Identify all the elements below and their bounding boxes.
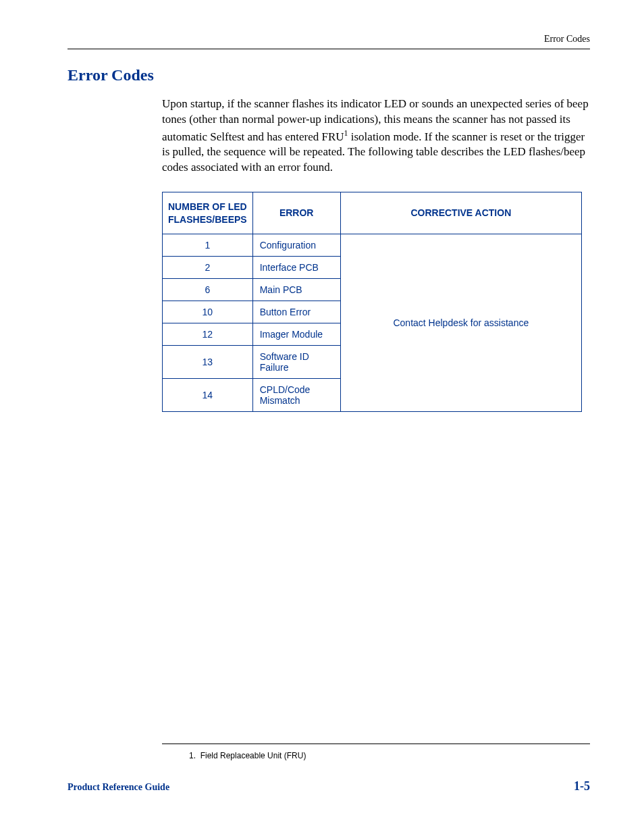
header-col-flashes: NUMBER OF LED FLASHES/BEEPS [163,192,253,234]
footer-page-number: 1-5 [574,779,590,793]
header-col-action: CORRECTIVE ACTION [340,192,581,234]
section-title: Error Codes [68,66,590,84]
table-row: 1 Configuration Contact Helpdesk for ass… [163,234,582,256]
footer-doc-title: Product Reference Guide [68,782,169,793]
table-header-row: NUMBER OF LED FLASHES/BEEPS ERROR CORREC… [163,192,582,234]
page-footer: Product Reference Guide 1-5 [68,779,590,793]
cell-num: 10 [163,301,253,323]
footnote-marker: 1. [189,751,196,760]
cell-action: Contact Helpdesk for assistance [340,234,581,411]
cell-error: Button Error [252,301,340,323]
cell-error: Main PCB [252,278,340,301]
footnote-rule [162,744,590,744]
cell-error: CPLD/Code Mismatch [252,378,340,411]
cell-error: Configuration [252,234,340,256]
cell-error: Interface PCB [252,256,340,278]
cell-num: 1 [163,234,253,256]
cell-num: 14 [163,378,253,411]
cell-num: 13 [163,345,253,378]
running-head: Error Codes [68,34,590,45]
error-codes-table: NUMBER OF LED FLASHES/BEEPS ERROR CORREC… [162,192,582,411]
footnote-text: Field Replaceable Unit (FRU) [200,751,306,760]
header-col-error: ERROR [252,192,340,234]
intro-paragraph: Upon startup, if the scanner flashes its… [162,97,590,176]
page-bottom: 1. Field Replaceable Unit (FRU) Product … [68,744,590,793]
cell-error: Imager Module [252,323,340,345]
header-rule [68,49,590,49]
cell-error: Software ID Failure [252,345,340,378]
cell-num: 2 [163,256,253,278]
cell-num: 6 [163,278,253,301]
footnote-1: 1. Field Replaceable Unit (FRU) [189,751,590,760]
cell-num: 12 [163,323,253,345]
